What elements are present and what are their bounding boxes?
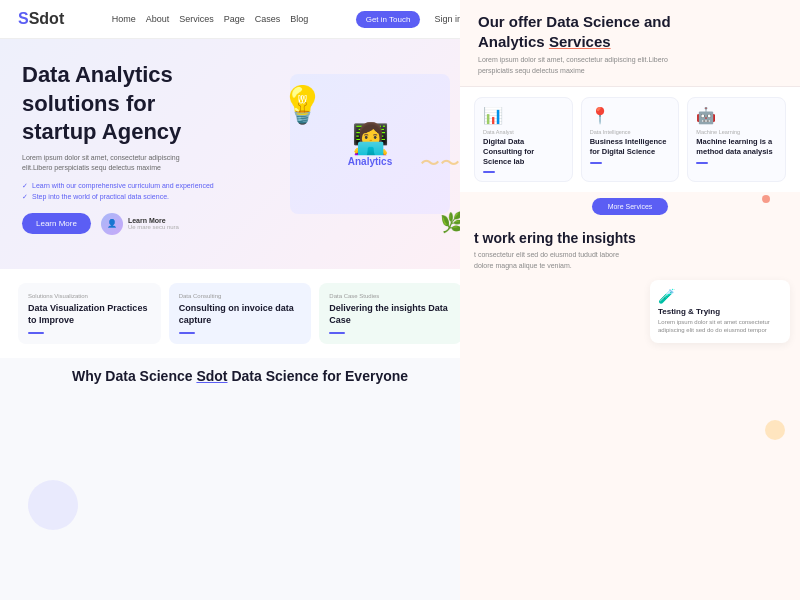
bottom-title: Why Data Science Sdot Data Science for E… — [18, 368, 462, 384]
testing-icon: 🧪 — [658, 288, 782, 304]
hero-title: Data Analytics solutions for startup Age… — [22, 61, 222, 147]
nav-blog[interactable]: Blog — [290, 14, 308, 24]
service-cards-section: Solutions Visualization Data Visualizati… — [0, 269, 480, 358]
decorative-circle — [28, 480, 78, 530]
insights-title: t work ering the insights — [474, 229, 786, 247]
bottom-section: Why Data Science Sdot Data Science for E… — [0, 358, 480, 394]
svc-card-ml: 🤖 Machine Learning Machine learning is a… — [687, 97, 786, 182]
services-row: 📊 Data Analyst Digital Data Consulting f… — [460, 87, 800, 192]
nav-about[interactable]: About — [146, 14, 170, 24]
offer-section: Our offer Data Science and Analytics Ser… — [460, 0, 800, 87]
hero-section: Data Analytics solutions for startup Age… — [0, 39, 480, 269]
signin-link[interactable]: Sign in — [434, 14, 462, 24]
decorative-dot-red — [762, 195, 770, 203]
right-panel: Our offer Data Science and Analytics Ser… — [460, 0, 800, 600]
insight-cards-right: 🧪 Testing & Trying Lorem ipsum dolor sit… — [650, 280, 790, 343]
svc-card-digital: 📊 Data Analyst Digital Data Consulting f… — [474, 97, 573, 182]
svc-card-bi: 📍 Data Intelligence Business Intelligenc… — [581, 97, 680, 182]
nav-page[interactable]: Page — [224, 14, 245, 24]
card-case-studies: Data Case Studies Delivering the insight… — [319, 283, 462, 344]
contact-info: 👤 Learn More Ue mare secu nura — [101, 213, 179, 235]
svc-icon-robot: 🤖 — [696, 106, 777, 125]
card-arrow-1 — [28, 332, 44, 334]
card-consulting: Data Consulting Consulting on invoice da… — [169, 283, 312, 344]
nav-services[interactable]: Services — [179, 14, 214, 24]
svc-icon-pin: 📍 — [590, 106, 671, 125]
offer-description: Lorem ipsum dolor sit amet, consectetur … — [478, 55, 678, 76]
card-visualization: Solutions Visualization Data Visualizati… — [18, 283, 161, 344]
check-icon-1: ✓ — [22, 182, 28, 189]
left-panel: SSdot Home About Services Page Cases Blo… — [0, 0, 480, 600]
hero-description: Lorem ipsum dolor sit amet, consectetur … — [22, 153, 202, 174]
learn-more-button[interactable]: Learn More — [22, 213, 91, 234]
svc-dash-2 — [590, 162, 602, 164]
decorative-dot-yellow — [765, 420, 785, 440]
svc-dash-1 — [483, 171, 495, 173]
svc-icon-chart: 📊 — [483, 106, 564, 125]
nav-home[interactable]: Home — [112, 14, 136, 24]
get-in-touch-button[interactable]: Get in Touch — [356, 11, 421, 28]
insight-card-testing: 🧪 Testing & Trying Lorem ipsum dolor sit… — [650, 280, 790, 343]
check-icon-2: ✓ — [22, 193, 28, 200]
more-services-button[interactable]: More Services — [592, 198, 669, 215]
offer-title: Our offer Data Science and Analytics Ser… — [478, 12, 718, 51]
nav-links: Home About Services Page Cases Blog — [112, 14, 309, 24]
insights-section: t work ering the insights t consectetur … — [460, 221, 800, 279]
card-arrow-3 — [329, 332, 345, 334]
svc-dash-3 — [696, 162, 708, 164]
avatar: 👤 — [101, 213, 123, 235]
logo: SSdot — [18, 10, 64, 28]
decorative-zigzag: 〜〜 — [420, 150, 460, 177]
bulb-icon: 💡 — [280, 84, 325, 126]
insights-desc: t consectetur elit sed do eiusmod tududt… — [474, 250, 634, 271]
card-arrow-2 — [179, 332, 195, 334]
navbar: SSdot Home About Services Page Cases Blo… — [0, 0, 480, 39]
nav-cases[interactable]: Cases — [255, 14, 281, 24]
